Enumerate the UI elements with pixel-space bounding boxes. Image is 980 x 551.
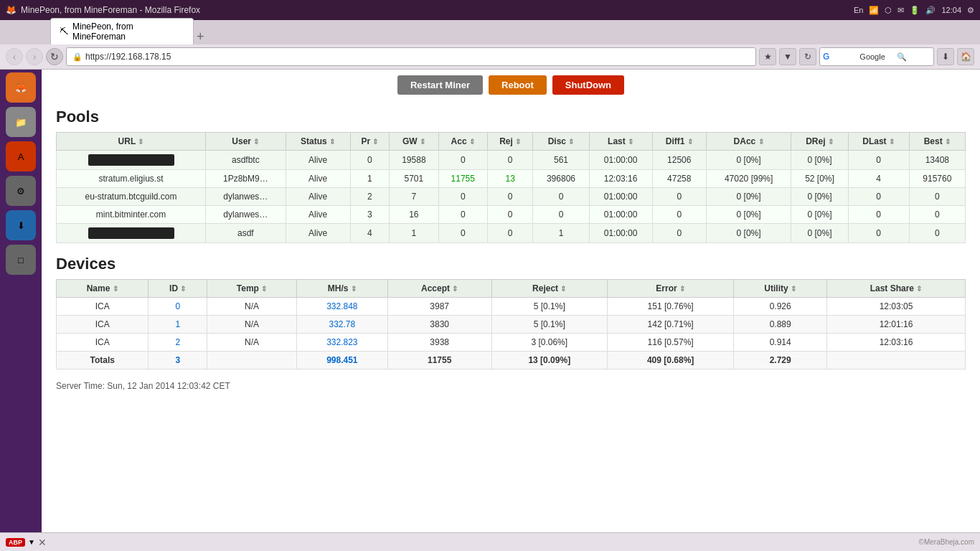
sidebar-icon-files[interactable]: 📁 — [6, 107, 36, 137]
forward-button[interactable]: › — [26, 48, 43, 65]
totals-mhs-link[interactable]: 998.451 — [326, 355, 357, 365]
pool-url-cell — [57, 151, 206, 170]
dev-last-share: 12:03:05 — [827, 298, 966, 316]
pool-pr: 2 — [350, 188, 390, 206]
dev-name: ICA — [57, 316, 149, 334]
pool-rej: 0 — [487, 224, 532, 243]
wifi-icon: 📶 — [869, 6, 879, 15]
close-icon[interactable]: ✕ — [38, 537, 47, 548]
clock: 12:04 — [941, 6, 961, 14]
tab-bar: ⛏ MinePeon, from MineForeman + — [0, 20, 980, 44]
pool-gw: 7 — [390, 188, 438, 206]
dev-name: ICA — [57, 298, 149, 316]
reboot-button[interactable]: Reboot — [489, 75, 547, 95]
settings-icon: ⚙ — [967, 6, 974, 15]
os-title-bar: 🦊 MinePeon, from MineForeman - Mozilla F… — [0, 0, 980, 20]
sidebar-icon-torrent[interactable]: ⬇ — [6, 210, 36, 240]
os-bar-right: En 📶 ⬡ ✉ 🔋 🔊 12:04 ⚙ — [854, 6, 974, 15]
col-user: User ⇕ — [206, 133, 286, 151]
abp-badge[interactable]: ABP — [6, 538, 25, 547]
dev-id: 0 — [149, 298, 207, 316]
dev-reject: 5 [0.1%] — [491, 298, 607, 316]
new-tab-button[interactable]: + — [197, 29, 204, 44]
pool-last: 01:00:00 — [589, 188, 652, 206]
firefox-icon: 🦊 — [6, 5, 17, 15]
col-diff1: Diff1 ⇕ — [652, 133, 706, 151]
col-mhs: MH/s ⇕ — [296, 280, 387, 298]
pool-gw: 16 — [390, 206, 438, 224]
home-button[interactable]: 🏠 — [957, 48, 974, 65]
pool-drej: 0 [0%] — [791, 188, 848, 206]
bottom-bar: ABP ▼ ✕ ©MeraBheja.com — [0, 532, 980, 551]
pool-best: 13408 — [909, 151, 965, 170]
pool-diff1: 0 — [652, 224, 706, 243]
google-icon: G — [823, 52, 857, 62]
pool-drej: 0 [0%] — [791, 206, 848, 224]
pool-row: stratum.eligius.st 1Pz8bM9… Alive 1 5701… — [57, 170, 966, 188]
address-bar[interactable]: 🔒 https://192.168.178.15 — [66, 47, 756, 66]
nav-bar: ‹ › ↻ 🔒 https://192.168.178.15 ★ ▼ ↻ G G… — [0, 44, 980, 69]
dev-accept: 3987 — [387, 298, 491, 316]
mhs-link[interactable]: 332.823 — [326, 337, 357, 347]
mhs-link[interactable]: 332.78 — [329, 319, 355, 329]
pool-diff1: 0 — [652, 206, 706, 224]
sidebar: 🦊 📁 A ⚙ ⬇ □ — [0, 70, 42, 551]
reload-indicator[interactable]: ↻ — [799, 48, 816, 65]
pool-user: asdf — [206, 224, 286, 243]
dev-last-share: 12:01:16 — [827, 316, 966, 334]
main-layout: 🦊 📁 A ⚙ ⬇ □ Restart Miner Reboot ShutDow… — [0, 70, 980, 551]
pool-best: 0 — [909, 224, 965, 243]
nav-actions: ★ ▼ ↻ — [759, 48, 816, 65]
dev-name: ICA — [57, 334, 149, 352]
dev-mhs: 332.848 — [296, 298, 387, 316]
abp-chevron[interactable]: ▼ — [28, 538, 35, 546]
pool-acc: 0 — [438, 224, 487, 243]
shutdown-button[interactable]: ShutDown — [552, 75, 624, 95]
os-bar-left: 🦊 MinePeon, from MineForeman - Mozilla F… — [6, 5, 200, 15]
pool-dlast: 0 — [848, 188, 909, 206]
totals-row: Totals 3 998.451 11755 13 [0.09%] 409 [0… — [57, 352, 966, 369]
search-bar[interactable]: G Google 🔍 — [819, 47, 934, 66]
pool-best: 0 — [909, 188, 965, 206]
browser-chrome: ⛏ MinePeon, from MineForeman + ‹ › ↻ 🔒 h… — [0, 20, 980, 70]
url-text: https://192.168.178.15 — [85, 52, 171, 62]
col-temp: Temp ⇕ — [207, 280, 297, 298]
dev-reject: 5 [0.1%] — [491, 316, 607, 334]
pool-dlast: 0 — [848, 224, 909, 243]
dev-reject: 3 [0.06%] — [491, 334, 607, 352]
top-buttons: Restart Miner Reboot ShutDown — [56, 70, 966, 100]
col-dacc: DAcc ⇕ — [706, 133, 791, 151]
pool-url-cell — [57, 224, 206, 243]
mhs-link[interactable]: 332.848 — [326, 301, 357, 311]
col-name: Name ⇕ — [57, 280, 149, 298]
back-button[interactable]: ‹ — [6, 48, 23, 65]
bookmark-star-button[interactable]: ★ — [759, 48, 776, 65]
nav-menu-button[interactable]: ▼ — [779, 48, 796, 65]
pool-rej: 0 — [487, 151, 532, 170]
pool-user: asdfbtc — [206, 151, 286, 170]
sidebar-icon-vm[interactable]: □ — [6, 245, 36, 275]
col-disc: Disc ⇕ — [533, 133, 589, 151]
browser-tab[interactable]: ⛏ MinePeon, from MineForeman — [50, 18, 194, 44]
col-best: Best ⇕ — [909, 133, 965, 151]
refresh-button[interactable]: ↻ — [46, 48, 63, 65]
pool-dacc: 0 [0%] — [706, 188, 791, 206]
pool-best: 0 — [909, 206, 965, 224]
sidebar-icon-app[interactable]: A — [6, 141, 36, 171]
download-button[interactable]: ⬇ — [937, 48, 954, 65]
sidebar-icon-settings[interactable]: ⚙ — [6, 176, 36, 206]
copyright-text: ©MeraBheja.com — [919, 538, 974, 546]
totals-error: 409 [0.68%] — [607, 352, 733, 369]
server-time: Server Time: Sun, 12 Jan 2014 12:03:42 C… — [56, 381, 966, 391]
pool-user: 1Pz8bM9… — [206, 170, 286, 188]
sidebar-icon-firefox[interactable]: 🦊 — [6, 72, 36, 103]
restart-miner-button[interactable]: Restart Miner — [397, 75, 483, 95]
col-acc: Acc ⇕ — [438, 133, 487, 151]
pool-status: Alive — [286, 151, 350, 170]
col-utility: Utility ⇕ — [734, 280, 827, 298]
col-url: URL ⇕ — [57, 133, 206, 151]
ssl-lock-icon: 🔒 — [72, 52, 83, 62]
search-icon[interactable]: 🔍 — [897, 52, 930, 62]
col-reject: Reject ⇕ — [491, 280, 607, 298]
pool-status: Alive — [286, 188, 350, 206]
